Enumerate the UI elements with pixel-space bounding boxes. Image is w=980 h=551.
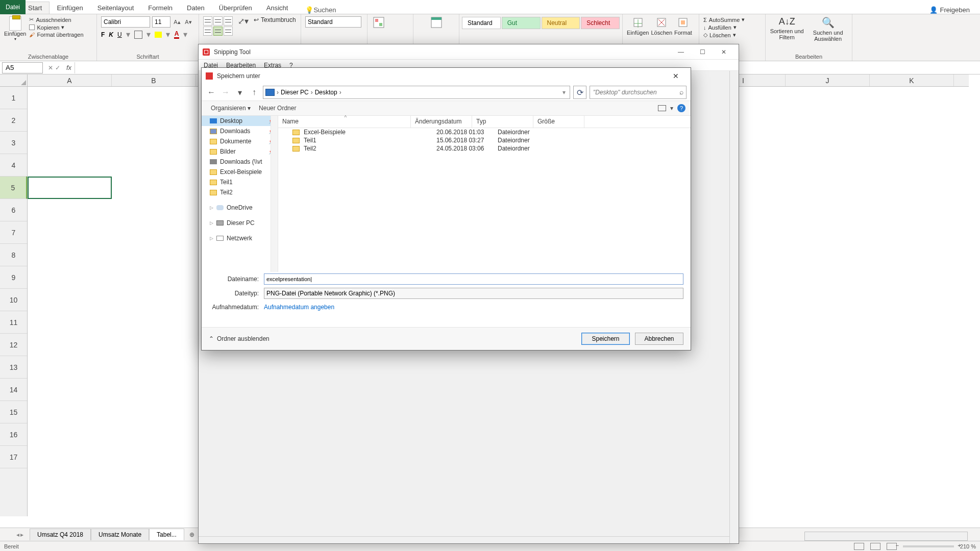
find-select-button[interactable]: 🔍Suchen und Auswählen [808, 16, 848, 42]
number-format-select[interactable] [305, 16, 361, 28]
snip-titlebar[interactable]: Snipping Tool — ☐ ✕ [199, 44, 739, 60]
nav-desktop[interactable]: Desktop📌 [202, 116, 278, 126]
filename-input[interactable] [264, 273, 683, 285]
format-painter-button[interactable]: 🖌Format übertragen [29, 32, 83, 38]
hide-folders-button[interactable]: ⌃Ordner ausblenden [209, 335, 270, 342]
bold-button[interactable]: F [101, 31, 105, 38]
alignment-grid[interactable] [203, 16, 233, 36]
nav-this-pc[interactable]: ▷Dieser PC [202, 218, 278, 228]
row-header[interactable]: 15 [0, 401, 27, 423]
file-row[interactable]: Teil2 24.05.2018 03:06 Dateiordner [278, 144, 691, 153]
fill-button[interactable]: ↓Ausfüllen ▾ [703, 24, 761, 31]
tab-review[interactable]: Überprüfen [212, 2, 259, 14]
nav-downloads[interactable]: Downloads📌 [202, 126, 278, 136]
bc-desktop[interactable]: Desktop [315, 89, 337, 96]
view-mode-button[interactable] [658, 105, 666, 111]
format-table-button[interactable] [418, 16, 455, 29]
row-header[interactable]: 5 [0, 177, 27, 199]
nav-forward-button[interactable]: → [220, 87, 231, 98]
tell-me-search[interactable]: 💡 Suchen [305, 6, 336, 14]
capture-date-link[interactable]: Aufnahmedatum angeben [264, 304, 334, 311]
increase-font-button[interactable]: A▴ [173, 17, 182, 27]
column-header[interactable]: A [28, 74, 112, 86]
zoom-level[interactable]: 210 % [960, 543, 976, 549]
nav-teil1[interactable]: Teil1 [202, 177, 278, 187]
tab-data[interactable]: Daten [180, 2, 212, 14]
nav-documents[interactable]: Dokumente📌 [202, 136, 278, 146]
cell-style-bad[interactable]: Schlecht [581, 17, 620, 29]
save-button[interactable]: Speichern [581, 333, 630, 345]
column-header[interactable]: K [870, 74, 954, 86]
tab-view[interactable]: Ansicht [259, 2, 296, 14]
cell-style-good[interactable]: Gut [502, 17, 541, 29]
zoom-slider[interactable] [903, 545, 954, 547]
sheet-tab-3[interactable]: Tabel... [149, 529, 184, 540]
fx-icon[interactable]: fx [63, 64, 75, 71]
snip-maximize-button[interactable]: ☐ [692, 44, 713, 60]
horizontal-scrollbar[interactable] [804, 532, 968, 541]
help-icon[interactable]: ? [677, 104, 685, 112]
orientation-button[interactable]: ⤢▾ [238, 16, 249, 26]
format-cells-button[interactable]: Format [674, 16, 692, 36]
refresh-button[interactable]: ⟳ [573, 86, 586, 99]
nav-excel-bsp[interactable]: Excel-Beispiele [202, 167, 278, 177]
row-header[interactable]: 11 [0, 311, 27, 334]
nav-onedrive[interactable]: ▷OneDrive [202, 203, 278, 213]
copy-button[interactable]: Kopieren ▾ [29, 24, 83, 31]
clear-button[interactable]: ◇Löschen ▾ [703, 32, 761, 38]
font-name-select[interactable] [101, 16, 150, 28]
nav-chevron-button[interactable]: ▾ [234, 87, 246, 98]
save-dialog-titlebar[interactable]: Speichern unter ✕ [202, 68, 691, 84]
filetype-select[interactable] [264, 288, 683, 299]
underline-button[interactable]: U [117, 31, 122, 38]
view-mode-dropdown[interactable]: ▾ [670, 105, 673, 112]
row-header[interactable]: 2 [0, 109, 27, 132]
sheet-nav-first[interactable]: ◂ [16, 531, 19, 538]
tab-layout[interactable]: Seitenlayout [90, 2, 141, 14]
nav-pictures[interactable]: Bilder📌 [202, 146, 278, 157]
row-header[interactable]: 9 [0, 266, 27, 289]
select-all-corner[interactable] [0, 74, 28, 87]
enter-formula-icon[interactable]: ✓ [55, 64, 60, 71]
tab-formulas[interactable]: Formeln [141, 2, 180, 14]
snip-vscroll[interactable] [729, 71, 739, 543]
tab-insert[interactable]: Einfügen [50, 2, 90, 14]
col-type[interactable]: Typ [472, 116, 533, 128]
normal-view-button[interactable] [854, 543, 864, 550]
border-button[interactable] [134, 31, 142, 39]
cell-style-neutral[interactable]: Neutral [542, 17, 580, 29]
col-date[interactable]: Änderungsdatum [411, 116, 472, 128]
row-header[interactable]: 4 [0, 154, 27, 177]
fill-color-button[interactable] [155, 32, 162, 38]
nav-pane-scrollbar[interactable] [271, 116, 278, 272]
nav-network[interactable]: ▷Netzwerk▾ [202, 233, 278, 243]
name-box[interactable] [2, 62, 43, 73]
file-list-pane[interactable]: Name Änderungsdatum Typ Größe Excel-Beis… [278, 116, 691, 272]
snip-minimize-button[interactable]: — [670, 44, 692, 60]
sheet-tab-1[interactable]: Umsatz Q4 2018 [30, 529, 91, 540]
organize-button[interactable]: Organisieren ▾ [207, 104, 255, 113]
row-header[interactable]: 8 [0, 244, 27, 266]
delete-cells-button[interactable]: Löschen [651, 16, 672, 36]
row-headers[interactable]: 1234567891011121314151617 [0, 87, 28, 516]
cut-button[interactable]: ✂Ausschneiden [29, 16, 83, 23]
row-header[interactable]: 6 [0, 199, 27, 221]
cancel-button[interactable]: Abbrechen [635, 333, 683, 345]
page-layout-view-button[interactable] [870, 543, 880, 550]
snip-hscroll[interactable] [199, 536, 729, 543]
italic-button[interactable]: K [109, 31, 113, 38]
file-row[interactable]: Teil1 15.06.2018 03:27 Dateiordner [278, 136, 691, 144]
paste-button[interactable]: Einfügen ▾ [4, 16, 26, 41]
sheet-tab-2[interactable]: Umsatz Monate [91, 529, 149, 540]
save-dialog-close-button[interactable]: ✕ [665, 69, 687, 83]
row-header[interactable]: 16 [0, 423, 27, 446]
column-header[interactable]: B [112, 74, 196, 86]
nav-downloads-net[interactable]: Downloads (\\vt [202, 157, 278, 167]
file-column-headers[interactable]: Name Änderungsdatum Typ Größe [278, 116, 691, 128]
row-header[interactable]: 7 [0, 221, 27, 244]
new-folder-button[interactable]: Neuer Ordner [255, 104, 300, 113]
address-breadcrumb[interactable]: › Dieser PC › Desktop › ▾ [263, 86, 570, 99]
sheet-nav-last[interactable]: ▸ [20, 531, 23, 538]
sort-filter-button[interactable]: A↓ZSortieren und Filtern [770, 16, 804, 42]
bc-this-pc[interactable]: Dieser PC [281, 89, 309, 96]
